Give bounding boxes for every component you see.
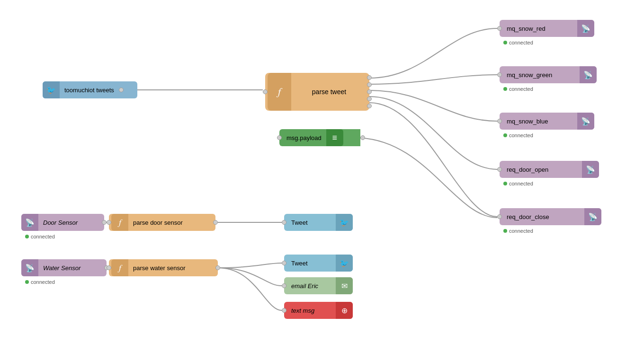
parse-door-label: parse door sensor — [128, 219, 213, 226]
flow-canvas: 🐦 toomuchiot tweets 𝑓 parse tweet msg.pa… — [0, 0, 644, 352]
email-eric-icon: ✉ — [336, 277, 353, 294]
req-door-close-node[interactable]: req_door_close 📡 connected — [500, 208, 601, 225]
status-dot4 — [503, 182, 507, 185]
status-text6: connected — [31, 234, 55, 239]
mqtt-out-icon2: 📡 — [580, 66, 597, 83]
tweet-door-node[interactable]: Tweet 🐦 — [284, 214, 353, 231]
parse-water-func-icon: 𝑓 — [111, 259, 128, 276]
tweet-door-label: Tweet — [286, 219, 336, 226]
twitter-in-node[interactable]: 🐦 toomuchiot tweets — [43, 81, 137, 98]
msg-payload-label: msg.payload — [282, 134, 326, 141]
req-door-open-status: connected — [503, 181, 533, 186]
water-sensor-icon: 📡 — [21, 259, 38, 276]
tweet-water-icon: 🐦 — [336, 255, 353, 272]
tweet-water-node[interactable]: Tweet 🐦 — [284, 255, 353, 272]
mq-snow-blue-status: connected — [503, 132, 533, 138]
mq-snow-red-status: connected — [503, 40, 533, 45]
status-text: connected — [509, 40, 533, 45]
status-dot6 — [25, 235, 29, 238]
parse-tweet-label: parse tweet — [291, 88, 367, 96]
parse-tweet-out1 — [367, 75, 372, 80]
door-sensor-label: Door Sensor — [38, 219, 102, 226]
mq-snow-green-status: connected — [503, 86, 533, 92]
parse-door-node[interactable]: 𝑓 parse door sensor — [109, 214, 215, 231]
mq-snow-blue-in-port — [497, 119, 502, 123]
text-msg-icon: ⊕ — [336, 302, 353, 319]
status-text7: connected — [31, 279, 55, 285]
tweet-door-icon: 🐦 — [336, 214, 353, 231]
parse-door-in-port — [107, 220, 111, 225]
mq-snow-green-in-port — [497, 72, 502, 77]
parse-water-out-port — [215, 265, 220, 270]
tweet-water-label: Tweet — [286, 260, 336, 267]
door-sensor-status: connected — [25, 234, 55, 239]
mq-snow-blue-node[interactable]: mq_snow_blue 📡 connected — [500, 113, 594, 130]
email-eric-label: email Eric — [286, 282, 336, 290]
water-sensor-label: Water Sensor — [38, 264, 104, 272]
mqtt-out-icon5: 📡 — [584, 208, 601, 225]
req-door-close-label: req_door_close — [502, 213, 584, 220]
parse-water-label: parse water sensor — [128, 264, 215, 272]
req-door-open-label: req_door_open — [502, 166, 582, 173]
parse-door-out-port — [213, 220, 218, 225]
door-sensor-icon: 📡 — [21, 214, 38, 231]
debug-toggle[interactable] — [343, 129, 360, 146]
msg-payload-in-port — [277, 135, 282, 140]
function-icon: 𝑓 — [268, 73, 291, 111]
status-dot — [503, 41, 507, 44]
status-text5: connected — [509, 228, 533, 234]
parse-tweet-node[interactable]: 𝑓 parse tweet — [265, 73, 369, 111]
status-dot5 — [503, 229, 507, 233]
door-sensor-node[interactable]: 📡 Door Sensor connected — [21, 214, 104, 231]
req-door-open-in-port — [497, 167, 502, 172]
mq-snow-green-node[interactable]: mq_snow_green 📡 connected — [500, 66, 597, 83]
mq-snow-green-label: mq_snow_green — [502, 71, 580, 79]
parse-water-node[interactable]: 𝑓 parse water sensor — [109, 259, 218, 276]
mq-snow-red-label: mq_snow_red — [502, 25, 577, 32]
status-dot2 — [503, 87, 507, 91]
mq-snow-red-in-port — [497, 26, 502, 31]
text-msg-node[interactable]: text msg ⊕ — [284, 302, 353, 319]
twitter-in-out-port — [119, 88, 124, 92]
req-door-close-status: connected — [503, 228, 533, 234]
text-msg-label: text msg — [286, 307, 336, 314]
twitter-in-label: toomuchiot tweets — [60, 87, 119, 94]
parse-tweet-out3 — [367, 89, 372, 94]
door-sensor-out-port — [102, 220, 107, 225]
parse-tweet-out4 — [367, 97, 372, 101]
req-door-open-node[interactable]: req_door_open 📡 connected — [500, 161, 599, 178]
tweet-door-in-port — [282, 220, 286, 225]
status-dot3 — [503, 133, 507, 137]
twitter-icon-left: 🐦 — [43, 81, 60, 98]
mqtt-out-icon4: 📡 — [582, 161, 599, 178]
text-msg-in-port — [282, 308, 286, 313]
tweet-water-in-port — [282, 261, 286, 265]
msg-payload-out-port — [360, 135, 365, 140]
mqtt-out-icon3: 📡 — [577, 113, 594, 130]
parse-tweet-out-ports — [367, 75, 372, 108]
mqtt-out-icon: 📡 — [577, 20, 594, 37]
parse-tweet-in-port — [263, 89, 268, 94]
status-dot7 — [25, 280, 29, 284]
parse-door-func-icon: 𝑓 — [111, 214, 128, 231]
mq-snow-blue-label: mq_snow_blue — [502, 118, 577, 125]
mq-snow-red-node[interactable]: mq_snow_red 📡 connected — [500, 20, 594, 37]
status-text3: connected — [509, 132, 533, 138]
parse-water-in-port — [107, 265, 111, 270]
water-sensor-node[interactable]: 📡 Water Sensor connected — [21, 259, 107, 276]
parse-tweet-out5 — [367, 104, 372, 108]
email-eric-node[interactable]: email Eric ✉ — [284, 277, 353, 294]
parse-tweet-out2 — [367, 82, 372, 87]
debug-icon: ≡ — [326, 129, 343, 146]
req-door-close-in-port — [497, 214, 502, 219]
email-eric-in-port — [282, 283, 286, 288]
status-text4: connected — [509, 181, 533, 186]
status-text2: connected — [509, 86, 533, 92]
msg-payload-node[interactable]: msg.payload ≡ — [279, 129, 355, 146]
water-sensor-status: connected — [25, 279, 55, 285]
